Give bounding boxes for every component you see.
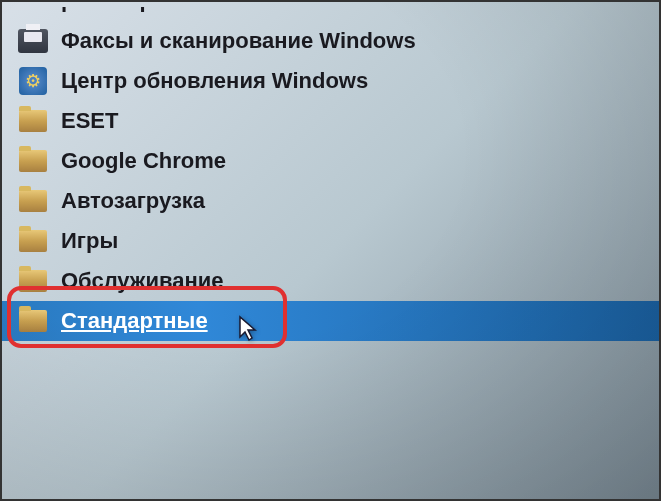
- folder-icon: [17, 185, 49, 217]
- menu-item-label: росмотра XPS: [61, 7, 215, 13]
- menu-item-label: Обслуживание: [61, 268, 223, 294]
- startup-folder[interactable]: Автозагрузка: [2, 181, 659, 221]
- folder-icon: [17, 225, 49, 257]
- accessories-folder[interactable]: Стандартные: [2, 301, 659, 341]
- maintenance-folder[interactable]: Обслуживание: [2, 261, 659, 301]
- folder-icon: [17, 145, 49, 177]
- folder-icon: [17, 105, 49, 137]
- google-chrome-folder[interactable]: Google Chrome: [2, 141, 659, 181]
- menu-item-label: Центр обновления Windows: [61, 68, 368, 94]
- menu-item-label: Google Chrome: [61, 148, 226, 174]
- menu-item-label: Игры: [61, 228, 118, 254]
- eset-folder[interactable]: ESET: [2, 101, 659, 141]
- menu-item-label: Автозагрузка: [61, 188, 205, 214]
- folder-icon: [17, 265, 49, 297]
- start-menu-programs-list: росмотра XPS Факсы и сканирование Window…: [2, 2, 659, 346]
- windows-update-item[interactable]: Центр обновления Windows: [2, 61, 659, 101]
- fax-scanner-icon: [17, 25, 49, 57]
- menu-item-label: Стандартные: [61, 308, 208, 334]
- folder-icon: [17, 305, 49, 337]
- windows-update-icon: [17, 65, 49, 97]
- menu-item-label: Факсы и сканирование Windows: [61, 28, 416, 54]
- games-folder[interactable]: Игры: [2, 221, 659, 261]
- xps-icon: [17, 7, 49, 21]
- fax-scan-item[interactable]: Факсы и сканирование Windows: [2, 21, 659, 61]
- menu-item-partial[interactable]: росмотра XPS: [2, 7, 659, 21]
- menu-item-label: ESET: [61, 108, 118, 134]
